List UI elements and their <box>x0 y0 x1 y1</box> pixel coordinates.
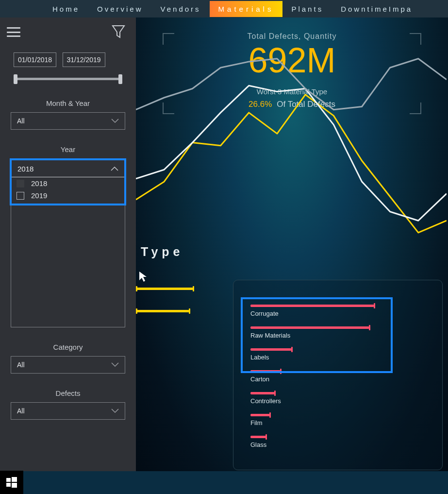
tab-materials[interactable]: Materials <box>210 1 283 17</box>
bar <box>250 414 270 416</box>
year-list-panel <box>11 205 125 327</box>
chevron-down-icon <box>111 361 119 369</box>
tab-overview[interactable]: Overview <box>88 1 152 17</box>
year-label: Year <box>0 145 136 153</box>
bar-label: Carton <box>250 375 374 383</box>
svg-rect-3 <box>12 483 17 488</box>
year-option-2018[interactable]: 2018 <box>12 177 124 189</box>
section-title: Type <box>141 245 184 259</box>
frame-corner <box>410 33 421 45</box>
date-range-row: 01/01/2018 31/12/2019 <box>14 52 136 67</box>
month-year-label: Month & Year <box>0 99 136 107</box>
tab-downtime[interactable]: DowntimeImpa <box>332 1 421 17</box>
bar-row: Carton <box>250 370 374 392</box>
bar-label: Glass <box>250 441 374 448</box>
svg-rect-0 <box>6 478 11 482</box>
main-canvas: Total Defects, Quantity 692M Worst 3 Mat… <box>136 17 448 471</box>
frame-corner <box>163 33 174 45</box>
svg-rect-1 <box>12 477 17 482</box>
windows-icon <box>6 477 17 488</box>
month-year-select[interactable]: All <box>11 112 125 130</box>
chevron-down-icon <box>111 117 119 125</box>
date-to-input[interactable]: 31/12/2019 <box>63 52 105 67</box>
kpi-title: Total Defects, Quantity <box>248 32 337 41</box>
svg-rect-2 <box>6 483 11 487</box>
yellow-bar <box>136 288 193 290</box>
bar-label: Controllers <box>250 397 374 405</box>
tab-home[interactable]: Home <box>44 1 88 17</box>
windows-start-button[interactable] <box>0 471 23 494</box>
filter-sidebar: 01/01/2018 31/12/2019 Month & Year All Y… <box>0 17 136 471</box>
trend-lines-chart <box>136 47 447 251</box>
bar-label: Film <box>250 419 374 426</box>
category-label: Category <box>0 343 136 351</box>
filter-icon[interactable] <box>112 24 125 41</box>
date-range-slider[interactable] <box>14 74 122 84</box>
tab-plants[interactable]: Plants <box>282 1 332 17</box>
hamburger-icon[interactable] <box>7 27 20 37</box>
checkbox-icon <box>17 192 24 200</box>
bar <box>250 436 266 438</box>
category-select[interactable]: All <box>11 356 125 374</box>
chevron-down-icon <box>111 407 119 415</box>
bar-row: Glass <box>250 436 374 458</box>
checkbox-icon <box>17 180 24 187</box>
mouse-cursor-icon <box>139 271 149 286</box>
year-option-2019[interactable]: 2019 <box>12 189 124 202</box>
top-nav: Home Overview Vendors Materials Plants D… <box>0 0 448 17</box>
date-from-input[interactable]: 01/01/2018 <box>14 52 56 67</box>
year-select-open[interactable]: 2018 2018 2019 <box>10 158 126 205</box>
defects-select[interactable]: All <box>11 402 125 420</box>
highlight-box <box>241 297 393 373</box>
bar <box>250 392 275 394</box>
tab-vendors[interactable]: Vendors <box>152 1 210 17</box>
chevron-up-icon <box>111 165 118 173</box>
yellow-bar <box>136 310 189 312</box>
year-selected: 2018 <box>17 165 33 173</box>
bar-row: Controllers <box>250 392 374 414</box>
defects-label: Defects <box>0 389 136 397</box>
bar-row: Film <box>250 414 374 436</box>
